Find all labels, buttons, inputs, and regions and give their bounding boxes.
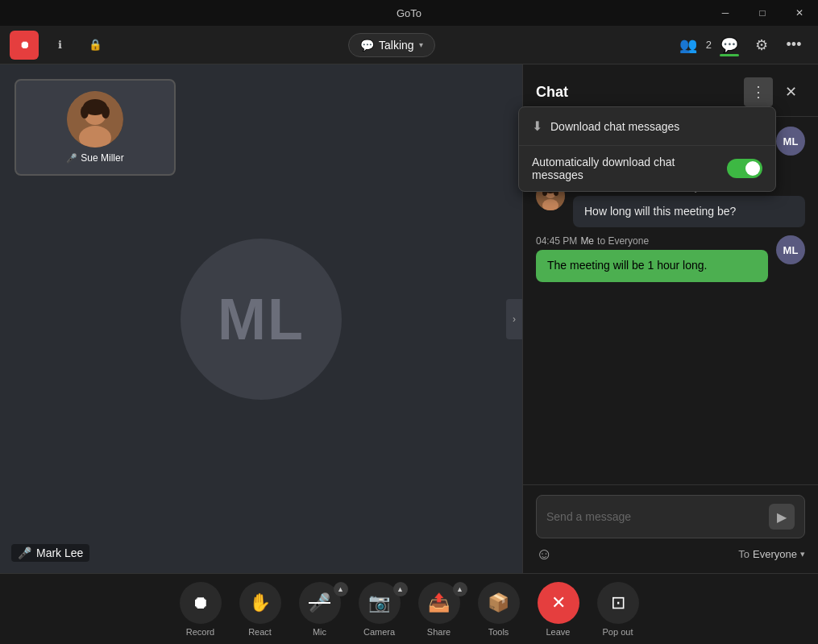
emoji-button[interactable]: ☺ xyxy=(536,545,552,563)
camera-icon: 📷 xyxy=(368,592,390,613)
main-content: 🎤 Sue Miller ML 🎤 Mark Lee › Chat ⋮ ✕ xyxy=(0,64,818,573)
camera-options-arrow[interactable]: ▲ xyxy=(393,582,408,596)
auto-download-toggle[interactable] xyxy=(727,159,762,178)
send-icon: ▶ xyxy=(777,509,787,525)
popout-button[interactable]: ⊡ xyxy=(597,582,639,624)
popout-group: ⊡ Pop out xyxy=(590,582,646,637)
share-icon: 📤 xyxy=(428,592,450,613)
recipient-select[interactable]: Everyone xyxy=(753,548,797,560)
auto-download-label: Automatically download chat messages xyxy=(532,156,727,181)
chat-panel: Chat ⋮ ✕ ⬇ Download chat messages Automa… xyxy=(522,64,818,573)
toolbar-left: ⏺ ℹ 🔒 xyxy=(10,31,110,60)
toolbar-center: 💬 Talking ▾ xyxy=(110,33,674,57)
chat-input[interactable] xyxy=(546,510,762,523)
mic-options-arrow[interactable]: ▲ xyxy=(334,582,348,596)
main-avatar: ML xyxy=(181,239,342,400)
message-2-text: How long will this meeting be? xyxy=(584,205,736,218)
tools-button[interactable]: 📦 xyxy=(478,582,520,624)
more-icon: ••• xyxy=(787,36,802,53)
leave-icon: ✕ xyxy=(551,592,566,613)
message-2-bubble: How long will this meeting be? xyxy=(573,196,805,228)
chat-input-area: ▶ ☺ To Everyone ▾ xyxy=(523,484,818,573)
popout-icon: ⊡ xyxy=(611,592,625,613)
react-button[interactable]: ✋ xyxy=(239,582,281,624)
share-options-arrow[interactable]: ▲ xyxy=(453,582,467,596)
close-button[interactable]: ✕ xyxy=(781,0,818,26)
message-3-meta: 04:45 PM Me to Everyone xyxy=(536,235,768,247)
to-label: To xyxy=(738,548,749,560)
recipient-chevron-icon: ▾ xyxy=(800,549,805,559)
titlebar: GoTo ─ □ ✕ xyxy=(0,0,818,26)
download-chat-label: Download chat messages xyxy=(550,120,679,133)
record-indicator-button[interactable]: ⏺ xyxy=(10,31,39,60)
message-3-bubble: The meeting will be 1 hour long. xyxy=(536,250,768,282)
record-icon: ⏺ xyxy=(19,39,30,51)
participants-button[interactable]: 👥 xyxy=(674,31,703,60)
share-label: Share xyxy=(427,627,451,637)
chat-title: Chat xyxy=(536,84,744,101)
bottom-toolbar: ⏺ Record ✋ React 🎤 ▲ Mic 📷 ▲ Camera 📤 ▲ … xyxy=(0,573,818,644)
tools-group: 📦 Tools xyxy=(471,582,527,637)
settings-button[interactable]: ⚙ xyxy=(747,31,776,60)
leave-label: Leave xyxy=(546,627,571,637)
meeting-status-button[interactable]: 💬 Talking ▾ xyxy=(348,33,435,57)
chat-input-row: ▶ xyxy=(536,495,805,538)
message-1-avatar: ML xyxy=(776,127,805,156)
lock-button[interactable]: 🔒 xyxy=(81,31,110,60)
record-icon: ⏺ xyxy=(192,592,210,613)
camera-label: Camera xyxy=(363,627,395,637)
recipient-wrapper: To Everyone ▾ xyxy=(738,548,805,560)
mic-label: Mic xyxy=(313,627,326,637)
participants-count: 2 xyxy=(706,39,712,51)
mic-icon: 🎤 xyxy=(309,592,330,613)
camera-group: 📷 ▲ Camera xyxy=(351,582,408,637)
toolbar-right: 👥 2 💬 ⚙ ••• xyxy=(674,31,808,60)
leave-button[interactable]: ✕ xyxy=(538,582,579,624)
tools-icon: 📦 xyxy=(488,592,509,613)
minimize-button[interactable]: ─ xyxy=(707,0,744,26)
download-chat-item[interactable]: ⬇ Download chat messages xyxy=(519,107,775,146)
more-options-button[interactable]: ••• xyxy=(779,31,808,60)
popout-label: Pop out xyxy=(603,627,633,637)
talking-icon: 💬 xyxy=(360,39,374,52)
message-3-avatar: ML xyxy=(776,235,805,264)
record-group: ⏺ Record xyxy=(172,582,229,637)
main-participant-name: Mark Lee xyxy=(36,546,83,559)
settings-icon: ⚙ xyxy=(755,36,768,54)
message-3-text: The meeting will be 1 hour long. xyxy=(547,259,707,272)
muted-mic-icon: 🎤 xyxy=(18,546,31,559)
chevron-down-icon: ▾ xyxy=(419,40,423,49)
message-3-sender: Me xyxy=(580,235,594,247)
download-icon: ⬇ xyxy=(532,118,542,134)
leave-group: ✕ Leave xyxy=(530,582,587,637)
video-area: 🎤 Sue Miller ML 🎤 Mark Lee › xyxy=(0,64,522,573)
chat-dropdown-menu: ⬇ Download chat messages Automatically d… xyxy=(518,106,776,192)
record-button[interactable]: ⏺ xyxy=(180,582,222,624)
chat-more-options-button[interactable]: ⋮ xyxy=(744,77,773,106)
top-toolbar: ⏺ ℹ 🔒 💬 Talking ▾ 👥 2 💬 ⚙ ••• xyxy=(0,26,818,64)
participants-icon: 👥 xyxy=(679,36,697,54)
main-participant-name-label: 🎤 Mark Lee xyxy=(11,544,89,562)
info-icon: ℹ xyxy=(58,39,62,51)
send-button[interactable]: ▶ xyxy=(769,504,795,530)
info-button[interactable]: ℹ xyxy=(45,31,74,60)
message-3-time: 04:45 PM xyxy=(536,235,577,247)
auto-download-row: Automatically download chat messages xyxy=(519,146,775,191)
chat-header: Chat ⋮ ✕ ⬇ Download chat messages Automa… xyxy=(523,64,818,117)
mic-group: 🎤 ▲ Mic xyxy=(292,582,348,637)
chat-header-actions: ⋮ ✕ xyxy=(744,77,805,106)
react-group: ✋ React xyxy=(232,582,289,637)
tools-label: Tools xyxy=(488,627,509,637)
chat-icon: 💬 xyxy=(720,36,738,54)
record-label: Record xyxy=(186,627,214,637)
message-3-wrapper: 04:45 PM Me to Everyone The meeting will… xyxy=(536,235,768,282)
share-group: 📤 ▲ Share xyxy=(411,582,467,637)
message-3-to: to Everyone xyxy=(597,235,649,247)
chat-close-button[interactable]: ✕ xyxy=(776,77,805,106)
titlebar-title: GoTo xyxy=(397,7,421,19)
message-3: 04:45 PM Me to Everyone The meeting will… xyxy=(536,235,805,282)
chat-button[interactable]: 💬 xyxy=(715,31,744,60)
main-participant-view: ML xyxy=(0,64,522,573)
maximize-button[interactable]: □ xyxy=(744,0,781,26)
slide-arrow[interactable]: › xyxy=(506,299,522,339)
